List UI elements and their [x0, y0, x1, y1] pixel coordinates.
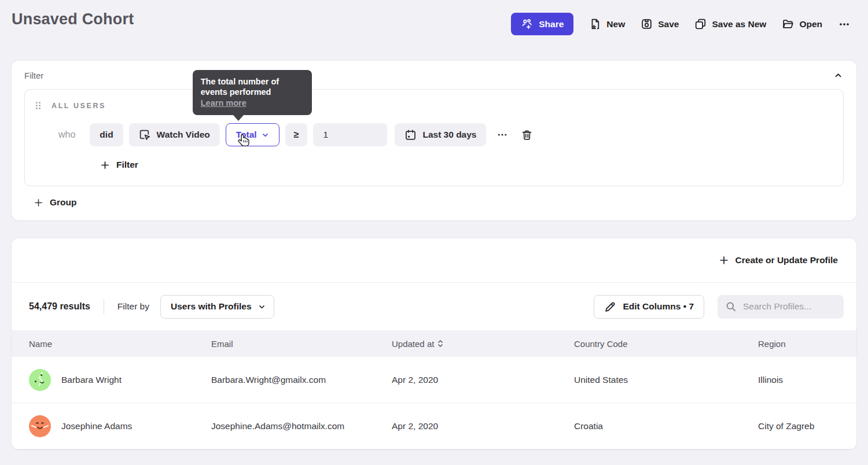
copy-icon [694, 18, 707, 30]
chevron-down-icon [258, 303, 266, 311]
search-icon [725, 301, 737, 312]
save-button[interactable]: Save [641, 18, 679, 30]
filter-condition-row: who did Watch Video Total [58, 123, 834, 146]
column-header-updated-at[interactable]: Updated at [392, 339, 574, 349]
cell-email: Barbara.Wright@gmailx.com [211, 375, 392, 385]
more-options-button[interactable] [838, 18, 851, 31]
plus-icon [34, 198, 43, 208]
trash-icon [521, 129, 533, 141]
ellipsis-icon [838, 18, 851, 31]
filter-panel-title: Filter [24, 71, 43, 80]
pencil-icon [604, 301, 616, 313]
toolbar-divider [104, 299, 104, 314]
who-label: who [58, 130, 75, 140]
plus-icon [100, 160, 110, 170]
drag-handle-icon[interactable] [35, 101, 42, 110]
share-users-icon [521, 18, 533, 30]
event-selector[interactable]: Watch Video [129, 123, 220, 146]
column-header-country-code[interactable]: Country Code [574, 339, 758, 349]
add-group-button[interactable]: Group [34, 197, 77, 220]
top-bar: Unsaved Cohort Share [0, 0, 868, 35]
click-event-icon [139, 129, 151, 141]
edit-columns-label: Edit Columns • 7 [623, 301, 694, 312]
ellipsis-icon [496, 129, 508, 141]
edit-columns-button[interactable]: Edit Columns • 7 [594, 295, 704, 319]
add-group-label: Group [50, 197, 77, 208]
filter-panel: Filter ALL USERS who did [12, 61, 856, 220]
tooltip-arrow [233, 115, 244, 121]
learn-more-link[interactable]: Learn more [201, 98, 247, 108]
tooltip-text: The total number of events performed [201, 77, 279, 97]
date-range-label: Last 30 days [422, 130, 476, 140]
new-document-icon [589, 18, 601, 30]
results-toolbar: 54,479 results Filter by Users with Prof… [12, 283, 856, 330]
column-header-email[interactable]: Email [211, 339, 392, 349]
delete-condition-button[interactable] [521, 129, 533, 141]
operator-selector[interactable]: ≥ [285, 123, 308, 146]
chevron-up-icon [834, 71, 843, 80]
cell-updated-at: Apr 2, 2020 [392, 421, 574, 431]
cell-region: Illinois [758, 375, 839, 385]
aggregate-selector[interactable]: Total The total number of events perform… [226, 123, 279, 146]
cell-name: Barbara Wright [61, 375, 122, 385]
save-button-label: Save [658, 19, 679, 29]
new-button-label: New [606, 19, 625, 29]
avatar [29, 415, 51, 437]
header-actions: Share New Save [511, 9, 851, 35]
cell-email: Josephine.Adams@hotmailx.com [211, 421, 392, 431]
open-button[interactable]: Open [782, 18, 822, 30]
avatar [29, 369, 51, 391]
folder-open-icon [782, 18, 794, 30]
search-profiles-box[interactable] [718, 295, 844, 319]
profiles-filter-value: Users with Profiles [171, 301, 252, 312]
plus-icon [719, 255, 729, 265]
filter-group: ALL USERS who did Watch Video Total [24, 89, 844, 186]
table-row[interactable]: Josephine Adams Josephine.Adams@hotmailx… [12, 403, 856, 449]
aggregate-tooltip: The total number of events performed Lea… [193, 70, 312, 115]
results-panel: Create or Update Profile 54,479 results … [12, 238, 856, 449]
search-profiles-input[interactable] [743, 301, 836, 312]
cell-country-code: Croatia [574, 421, 758, 431]
value-input[interactable]: 1 [313, 123, 387, 146]
did-selector[interactable]: did [90, 123, 123, 146]
page-title: Unsaved Cohort [12, 9, 134, 28]
table-header: Name Email Updated at Country Code Regio… [12, 330, 856, 357]
share-button[interactable]: Share [511, 13, 573, 35]
share-button-label: Share [539, 19, 564, 29]
group-label: ALL USERS [52, 102, 106, 110]
filter-by-label: Filter by [117, 301, 149, 312]
table-row[interactable]: Barbara Wright Barbara.Wright@gmailx.com… [12, 357, 856, 403]
cell-name: Josephine Adams [61, 421, 132, 431]
calendar-icon [404, 129, 417, 141]
save-as-new-button-label: Save as New [712, 19, 766, 29]
date-range-selector[interactable]: Last 30 days [395, 123, 486, 146]
column-header-region[interactable]: Region [758, 339, 839, 349]
save-as-new-button[interactable]: Save as New [694, 18, 766, 30]
cell-region: City of Zagreb [758, 421, 839, 431]
create-or-update-profile-button[interactable]: Create or Update Profile [719, 255, 838, 265]
row-more-options-button[interactable] [496, 129, 508, 141]
results-count: 54,479 results [29, 301, 90, 312]
aggregate-selector-label: Total [236, 130, 257, 140]
cell-country-code: United States [574, 375, 758, 385]
profiles-filter-dropdown[interactable]: Users with Profiles [160, 295, 274, 319]
cell-updated-at: Apr 2, 2020 [392, 375, 574, 385]
collapse-filter-button[interactable] [834, 71, 843, 80]
chevron-down-icon [262, 131, 269, 139]
new-button[interactable]: New [589, 18, 625, 30]
open-button-label: Open [799, 19, 822, 29]
save-icon [641, 18, 653, 30]
event-selector-label: Watch Video [157, 130, 210, 140]
create-or-update-profile-label: Create or Update Profile [735, 255, 838, 265]
add-filter-button[interactable]: Filter [100, 160, 138, 170]
add-filter-label: Filter [116, 160, 138, 170]
column-header-name[interactable]: Name [29, 339, 211, 349]
sort-icon [437, 339, 443, 348]
